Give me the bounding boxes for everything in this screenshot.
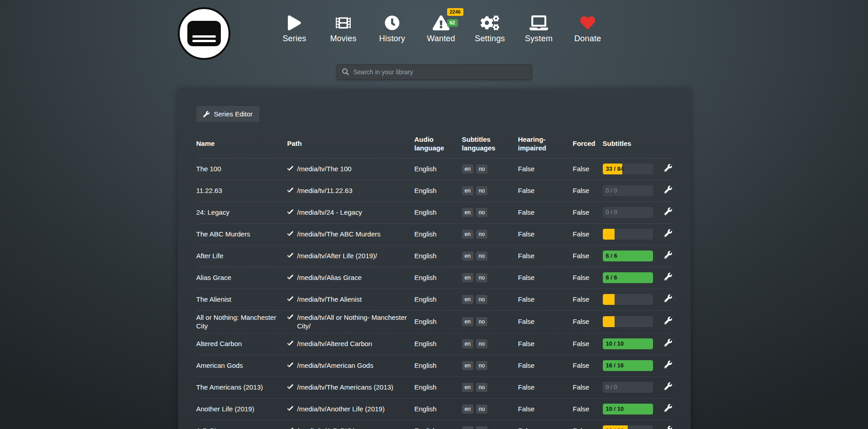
series-path: /media/tv/The Alienist: [297, 295, 362, 304]
subtitle-language-badge: en: [462, 405, 473, 414]
row-actions: [664, 382, 672, 392]
series-row[interactable]: The Americans (2013) /media/tv/The Ameri…: [196, 376, 672, 398]
wrench-icon[interactable]: [664, 294, 672, 302]
subtitle-languages: enno: [462, 164, 518, 174]
check-icon: [287, 362, 293, 368]
wrench-icon[interactable]: [664, 273, 672, 280]
nav-item-movies[interactable]: Movies: [326, 14, 361, 43]
series-name: 11.22.63: [196, 186, 287, 195]
subtitles-progress-cell: 0 / 0: [603, 382, 660, 393]
check-icon: [287, 406, 293, 412]
subtitles-progress-bar: 0 / 0: [603, 382, 653, 393]
check-icon: [287, 209, 293, 215]
wrench-icon[interactable]: [664, 207, 672, 215]
wrench-icon[interactable]: [664, 229, 672, 237]
subtitles-progress-cell: 10 / 10: [603, 338, 660, 349]
series-path-cell: /media/tv/The Alienist: [287, 295, 415, 304]
hearing-impaired-value: False: [518, 208, 573, 217]
series-path: /media/tv/The ABC Murders: [297, 230, 381, 239]
row-actions: [664, 207, 672, 217]
wrench-icon[interactable]: [664, 361, 672, 368]
series-row[interactable]: The 100 /media/tv/The 100 English enno F…: [196, 158, 672, 180]
forced-value: False: [573, 361, 603, 370]
logo-subtitle-line: [192, 35, 216, 38]
nav-item-donate[interactable]: Donate: [570, 14, 606, 43]
series-row[interactable]: A.P. Bio /media/tv/A.P. BIO/ English enn…: [196, 420, 672, 429]
forced-value: False: [573, 273, 603, 282]
nav-item-wanted[interactable]: 2246 62 Wanted: [424, 14, 459, 43]
forced-value: False: [573, 317, 603, 326]
gears-icon: [481, 14, 499, 31]
series-row[interactable]: All or Nothing: Manchester City /media/t…: [196, 310, 672, 333]
check-icon: [287, 166, 293, 172]
forced-value: False: [573, 339, 603, 348]
series-path-cell: /media/tv/24 - Legacy: [287, 208, 415, 217]
wrench-icon[interactable]: [664, 317, 672, 324]
series-name: Alias Grace: [196, 273, 287, 282]
nav-item-series[interactable]: Series: [277, 14, 312, 43]
wrench-icon[interactable]: [664, 339, 672, 347]
subtitle-language-badge: no: [476, 361, 487, 370]
series-row[interactable]: 11.22.63 /media/tv/11.22.63 English enno…: [196, 180, 672, 202]
series-name: A.P. Bio: [196, 426, 287, 429]
subtitles-progress-label: 0 / 0: [606, 187, 617, 195]
series-row[interactable]: Alias Grace /media/tv/Alias Grace Englis…: [196, 267, 672, 289]
check-icon: [287, 188, 293, 193]
subtitle-language-badge: no: [476, 295, 487, 304]
wanted-movies-count-badge: 62: [447, 19, 458, 27]
subtitle-languages: enno: [462, 317, 518, 326]
subtitles-progress-cell: 10 / 10: [603, 404, 660, 415]
check-icon: [287, 384, 293, 390]
progress-fill: [603, 294, 615, 305]
nav-movies-label: Movies: [330, 34, 356, 43]
series-row[interactable]: American Gods /media/tv/American Gods En…: [196, 355, 672, 376]
audio-language-value: English: [415, 186, 462, 195]
wrench-icon[interactable]: [664, 382, 672, 390]
subtitle-language-badge: en: [462, 361, 473, 370]
nav-item-settings[interactable]: Settings: [472, 14, 508, 43]
series-row[interactable]: The Alienist /media/tv/The Alienist Engl…: [196, 289, 672, 310]
series-row[interactable]: Another Life (2019) /media/tv/Another Li…: [196, 398, 672, 420]
nav-item-history[interactable]: History: [375, 14, 410, 43]
series-row[interactable]: Altered Carbon /media/tv/Altered Carbon …: [196, 333, 672, 355]
nav-item-system[interactable]: System: [521, 14, 557, 43]
series-row[interactable]: 24: Legacy /media/tv/24 - Legacy English…: [196, 202, 672, 223]
wrench-icon[interactable]: [664, 251, 672, 259]
film-icon: [336, 14, 351, 31]
subtitle-language-badge: en: [462, 230, 473, 239]
series-path: /media/tv/24 - Legacy: [297, 208, 362, 217]
wrench-icon[interactable]: [664, 186, 672, 193]
column-header-forced: Forced: [573, 140, 603, 148]
subtitles-progress-cell: 6 / 6: [603, 251, 660, 261]
subtitle-language-badge: no: [476, 230, 487, 239]
series-row[interactable]: The ABC Murders /media/tv/The ABC Murder…: [196, 223, 672, 245]
subtitles-progress-cell: 0 / 0: [603, 207, 660, 218]
series-path-cell: /media/tv/American Gods: [287, 361, 415, 370]
wrench-icon[interactable]: [664, 426, 672, 429]
series-path-cell: /media/tv/After Life (2019)/: [287, 251, 415, 260]
subtitle-language-badge: no: [476, 186, 487, 195]
subtitle-language-badge: no: [476, 273, 487, 282]
series-editor-button[interactable]: Series Editor: [196, 106, 260, 122]
wrench-icon[interactable]: [664, 164, 672, 172]
subtitles-progress-label: 13 / 26: [606, 427, 624, 429]
audio-language-value: English: [415, 426, 462, 429]
subtitles-progress-label: 16 / 16: [606, 362, 624, 370]
nav-donate-label: Donate: [574, 34, 601, 43]
subtitles-progress-cell: [603, 294, 660, 305]
subtitle-language-badge: no: [476, 339, 487, 348]
series-row[interactable]: After Life /media/tv/After Life (2019)/ …: [196, 245, 672, 267]
subtitle-language-badge: no: [476, 164, 487, 174]
bazarr-logo[interactable]: [178, 7, 230, 60]
subtitle-language-badge: en: [462, 164, 473, 174]
wrench-icon[interactable]: [664, 404, 672, 412]
search-input[interactable]: [337, 64, 532, 80]
subtitles-progress-bar: [603, 229, 653, 240]
subtitles-progress-label: 6 / 6: [606, 252, 617, 260]
nav-system-label: System: [525, 34, 553, 43]
column-header-hearing-impaired: Hearing-impaired: [518, 135, 573, 153]
hearing-impaired-value: False: [518, 339, 573, 348]
series-path-cell: /media/tv/Altered Carbon: [287, 339, 415, 348]
series-path: /media/tv/A.P. BIO/: [297, 426, 354, 429]
progress-fill: [603, 316, 615, 327]
